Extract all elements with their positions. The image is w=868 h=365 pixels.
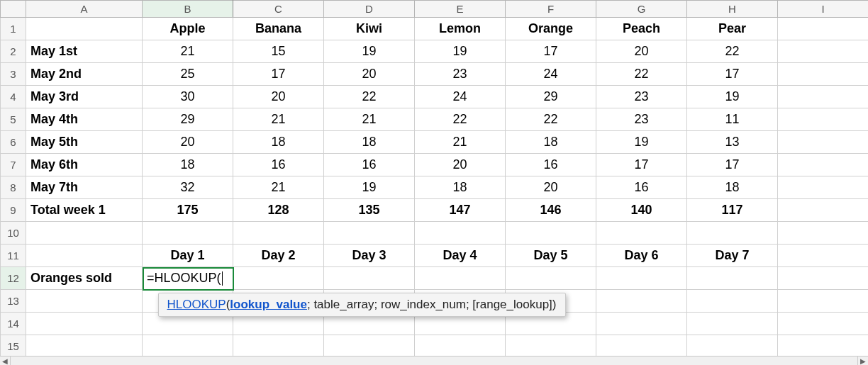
col-header-F[interactable]: F bbox=[506, 1, 596, 18]
cell-C6[interactable]: 18 bbox=[233, 131, 324, 154]
cell-I7[interactable] bbox=[778, 154, 869, 176]
cell-D7[interactable]: 16 bbox=[324, 154, 415, 176]
cell-G3[interactable]: 22 bbox=[596, 63, 687, 86]
cell-H13[interactable] bbox=[687, 290, 778, 313]
scroll-left-icon[interactable]: ◀ bbox=[0, 356, 11, 365]
row-header-2[interactable]: 2 bbox=[1, 40, 26, 63]
cell-I9[interactable] bbox=[778, 199, 869, 222]
cell-E1[interactable]: Lemon bbox=[415, 18, 506, 40]
cell-G12[interactable] bbox=[596, 267, 687, 290]
cell-A1[interactable] bbox=[26, 18, 143, 40]
cell-I5[interactable] bbox=[778, 108, 869, 131]
cell-G13[interactable] bbox=[596, 290, 687, 313]
cell-A12[interactable]: Oranges sold bbox=[26, 267, 143, 290]
cell-H1[interactable]: Pear bbox=[687, 18, 778, 40]
cell-E11[interactable]: Day 4 bbox=[415, 245, 506, 267]
cell-G7[interactable]: 17 bbox=[596, 154, 687, 176]
row-header-7[interactable]: 7 bbox=[1, 154, 26, 176]
row-header-5[interactable]: 5 bbox=[1, 108, 26, 131]
cell-C11[interactable]: Day 2 bbox=[233, 245, 324, 267]
cell-E12[interactable] bbox=[415, 267, 506, 290]
cell-I1[interactable] bbox=[778, 18, 869, 40]
row-4[interactable]: 4 May 3rd 30 20 22 24 29 23 19 bbox=[1, 86, 869, 108]
cell-F1[interactable]: Orange bbox=[506, 18, 596, 40]
cell-B11[interactable]: Day 1 bbox=[143, 245, 233, 267]
cell-C10[interactable] bbox=[233, 222, 324, 245]
cell-F3[interactable]: 24 bbox=[506, 63, 596, 86]
cell-C1[interactable]: Banana bbox=[233, 18, 324, 40]
cell-B10[interactable] bbox=[143, 222, 233, 245]
cell-G9[interactable]: 140 bbox=[596, 199, 687, 222]
cell-F11[interactable]: Day 5 bbox=[506, 245, 596, 267]
cell-B2[interactable]: 21 bbox=[143, 40, 233, 63]
cell-G14[interactable] bbox=[596, 313, 687, 335]
cell-B9[interactable]: 175 bbox=[143, 199, 233, 222]
cell-B5[interactable]: 29 bbox=[143, 108, 233, 131]
cell-B15[interactable] bbox=[143, 335, 233, 358]
cell-D2[interactable]: 19 bbox=[324, 40, 415, 63]
cell-A4[interactable]: May 3rd bbox=[26, 86, 143, 108]
cell-F9[interactable]: 146 bbox=[506, 199, 596, 222]
cell-B3[interactable]: 25 bbox=[143, 63, 233, 86]
row-9[interactable]: 9 Total week 1 175 128 135 147 146 140 1… bbox=[1, 199, 869, 222]
cell-H15[interactable] bbox=[687, 335, 778, 358]
cell-H7[interactable]: 17 bbox=[687, 154, 778, 176]
cell-C5[interactable]: 21 bbox=[233, 108, 324, 131]
row-5[interactable]: 5 May 4th 29 21 21 22 22 23 11 bbox=[1, 108, 869, 131]
cell-E4[interactable]: 24 bbox=[415, 86, 506, 108]
horizontal-scrollbar[interactable]: ◀ ▶ bbox=[0, 356, 868, 365]
cell-H10[interactable] bbox=[687, 222, 778, 245]
row-header-3[interactable]: 3 bbox=[1, 63, 26, 86]
cell-H6[interactable]: 13 bbox=[687, 131, 778, 154]
cell-A7[interactable]: May 6th bbox=[26, 154, 143, 176]
row-header-12[interactable]: 12 bbox=[1, 267, 26, 290]
cell-A5[interactable]: May 4th bbox=[26, 108, 143, 131]
cell-I10[interactable] bbox=[778, 222, 869, 245]
cell-E2[interactable]: 19 bbox=[415, 40, 506, 63]
cell-E6[interactable]: 21 bbox=[415, 131, 506, 154]
cell-C15[interactable] bbox=[233, 335, 324, 358]
cell-C9[interactable]: 128 bbox=[233, 199, 324, 222]
cell-F12[interactable] bbox=[506, 267, 596, 290]
tooltip-active-arg[interactable]: lookup_value bbox=[230, 298, 307, 311]
cell-F5[interactable]: 22 bbox=[506, 108, 596, 131]
cell-D4[interactable]: 22 bbox=[324, 86, 415, 108]
cell-B6[interactable]: 20 bbox=[143, 131, 233, 154]
col-header-I[interactable]: I bbox=[778, 1, 869, 18]
cell-A2[interactable]: May 1st bbox=[26, 40, 143, 63]
cell-D10[interactable] bbox=[324, 222, 415, 245]
cell-C4[interactable]: 20 bbox=[233, 86, 324, 108]
row-12[interactable]: 12 Oranges sold =HLOOKUP( bbox=[1, 267, 869, 290]
cell-H11[interactable]: Day 7 bbox=[687, 245, 778, 267]
cell-E15[interactable] bbox=[415, 335, 506, 358]
cell-D6[interactable]: 18 bbox=[324, 131, 415, 154]
row-15[interactable]: 15 bbox=[1, 335, 869, 358]
cell-G8[interactable]: 16 bbox=[596, 176, 687, 199]
row-3[interactable]: 3 May 2nd 25 17 20 23 24 22 17 bbox=[1, 63, 869, 86]
cell-G6[interactable]: 19 bbox=[596, 131, 687, 154]
col-header-G[interactable]: G bbox=[596, 1, 687, 18]
row-1[interactable]: 1 Apple Banana Kiwi Lemon Orange Peach P… bbox=[1, 18, 869, 40]
cell-G5[interactable]: 23 bbox=[596, 108, 687, 131]
cell-I3[interactable] bbox=[778, 63, 869, 86]
cell-I4[interactable] bbox=[778, 86, 869, 108]
row-7[interactable]: 7 May 6th 18 16 16 20 16 17 17 bbox=[1, 154, 869, 176]
cell-E8[interactable]: 18 bbox=[415, 176, 506, 199]
cell-H12[interactable] bbox=[687, 267, 778, 290]
cell-I14[interactable] bbox=[778, 313, 869, 335]
cell-A10[interactable] bbox=[26, 222, 143, 245]
cell-A14[interactable] bbox=[26, 313, 143, 335]
scroll-right-icon[interactable]: ▶ bbox=[857, 356, 868, 365]
row-header-9[interactable]: 9 bbox=[1, 199, 26, 222]
cell-D8[interactable]: 19 bbox=[324, 176, 415, 199]
row-6[interactable]: 6 May 5th 20 18 18 21 18 19 13 bbox=[1, 131, 869, 154]
cell-D9[interactable]: 135 bbox=[324, 199, 415, 222]
row-header-1[interactable]: 1 bbox=[1, 18, 26, 40]
cell-A3[interactable]: May 2nd bbox=[26, 63, 143, 86]
cell-H5[interactable]: 11 bbox=[687, 108, 778, 131]
col-header-A[interactable]: A bbox=[26, 1, 143, 18]
cell-C3[interactable]: 17 bbox=[233, 63, 324, 86]
cell-G2[interactable]: 20 bbox=[596, 40, 687, 63]
cell-H4[interactable]: 19 bbox=[687, 86, 778, 108]
col-header-B[interactable]: B bbox=[143, 1, 233, 18]
